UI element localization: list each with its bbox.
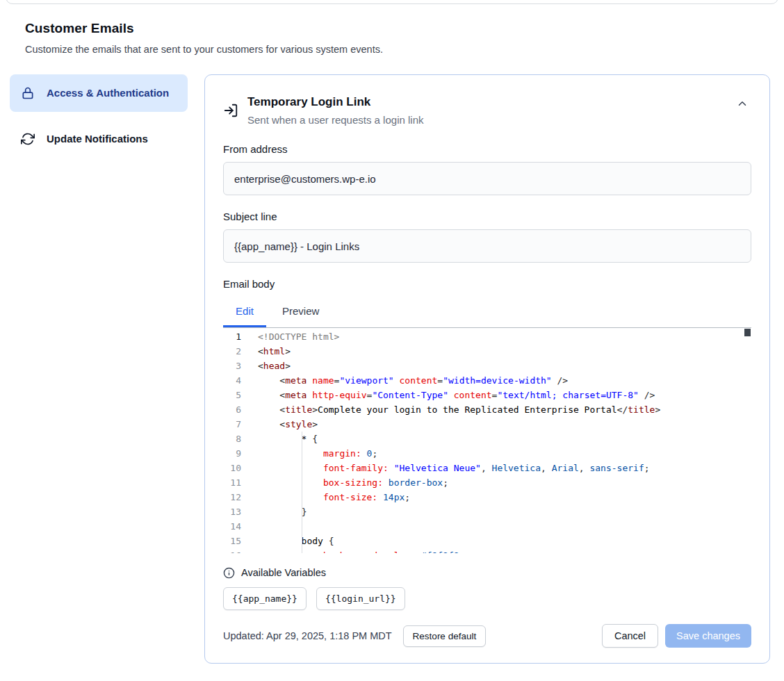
- code-line: 7 <style>: [223, 417, 751, 432]
- line-number: 2: [223, 344, 241, 359]
- line-number: 16: [223, 548, 241, 553]
- code-lines: 1<!DOCTYPE html>2<html>3<head>4 <meta na…: [223, 329, 751, 553]
- tab-preview[interactable]: Preview: [270, 297, 332, 327]
- variable-chip[interactable]: {{login_url}}: [316, 587, 405, 610]
- variable-chip[interactable]: {{app_name}}: [223, 587, 307, 610]
- email-body-code-editor[interactable]: 1<!DOCTYPE html>2<html>3<head>4 <meta na…: [223, 327, 751, 553]
- code-line: 2<html>: [223, 344, 751, 359]
- sidebar-item-label: Access & Authentication: [47, 85, 169, 101]
- panel-header-text: Temporary Login Link Sent when a user re…: [247, 93, 423, 128]
- editor-scrollbar-thumb[interactable]: [744, 329, 751, 336]
- lock-icon: [21, 86, 35, 100]
- code-line: 9 margin: 0;: [223, 446, 751, 461]
- collapse-section-button[interactable]: [733, 95, 751, 113]
- code-line: 15 body {: [223, 534, 751, 548]
- content-layout: Access & AuthenticationUpdate Notificati…: [0, 74, 784, 664]
- code-line: 6 <title>Complete your login to the Repl…: [223, 402, 751, 417]
- available-variables-label: Available Variables: [241, 566, 326, 580]
- line-number: 8: [223, 432, 241, 446]
- line-number: 6: [223, 402, 241, 417]
- code-line: 1<!DOCTYPE html>: [223, 329, 751, 344]
- save-changes-button[interactable]: Save changes: [665, 624, 751, 648]
- subject-line-label: Subject line: [223, 211, 751, 223]
- page-header: Customer Emails Customize the emails tha…: [0, 0, 784, 55]
- available-variables-section: Available Variables {{app_name}}{{login_…: [223, 566, 751, 610]
- panel-subtitle: Sent when a user requests a login link: [247, 113, 423, 128]
- line-number: 9: [223, 446, 241, 461]
- sidebar-item-label: Update Notifications: [47, 131, 148, 147]
- code-line: 5 <meta http-equiv="Content-Type" conten…: [223, 388, 751, 402]
- variable-chips: {{app_name}}{{login_url}}: [223, 587, 751, 610]
- line-number: 7: [223, 417, 241, 432]
- code-line: 14: [223, 519, 751, 534]
- sidebar-item-access-authentication[interactable]: Access & Authentication: [10, 74, 188, 112]
- refresh-icon: [21, 132, 35, 146]
- line-number: 15: [223, 534, 241, 548]
- line-number: 13: [223, 504, 241, 519]
- line-number: 12: [223, 490, 241, 504]
- tab-edit[interactable]: Edit: [223, 297, 266, 327]
- email-types-sidebar: Access & AuthenticationUpdate Notificati…: [10, 74, 188, 158]
- line-number: 10: [223, 461, 241, 475]
- code-line: 16 background-color: #f8f8f8;: [223, 548, 751, 553]
- page-title: Customer Emails: [25, 21, 759, 36]
- footer-actions: Cancel Save changes: [602, 624, 751, 648]
- line-number: 5: [223, 388, 241, 402]
- chevron-up-icon: [736, 97, 749, 110]
- panel-title: Temporary Login Link: [247, 93, 423, 111]
- email-body-tabs: EditPreview: [223, 297, 751, 327]
- line-number: 1: [223, 329, 241, 344]
- code-line: 3<head>: [223, 359, 751, 373]
- code-line: 11 box-sizing: border-box;: [223, 475, 751, 490]
- email-body-label: Email body: [223, 278, 751, 290]
- indent-guide: [302, 432, 302, 553]
- temporary-login-link-panel: Temporary Login Link Sent when a user re…: [204, 74, 770, 664]
- page-subtitle: Customize the emails that are sent to yo…: [25, 44, 759, 55]
- line-number: 11: [223, 475, 241, 490]
- line-number: 14: [223, 519, 241, 534]
- top-card-edge: [6, 0, 778, 4]
- panel-footer: Updated: Apr 29, 2025, 1:18 PM MDT Resto…: [223, 624, 751, 648]
- available-variables-row: Available Variables: [223, 566, 751, 580]
- code-line: 4 <meta name="viewport" content="width=d…: [223, 373, 751, 388]
- line-number: 4: [223, 373, 241, 388]
- panel-header: Temporary Login Link Sent when a user re…: [223, 93, 751, 128]
- cancel-button[interactable]: Cancel: [602, 624, 658, 648]
- code-line: 12 font-size: 14px;: [223, 490, 751, 504]
- sidebar-item-update-notifications[interactable]: Update Notifications: [10, 120, 188, 158]
- info-icon: [223, 567, 235, 579]
- from-address-label: From address: [223, 143, 751, 156]
- from-address-input[interactable]: [223, 162, 751, 195]
- code-line: 13 }: [223, 504, 751, 519]
- code-line: 8 * {: [223, 432, 751, 446]
- line-number: 3: [223, 359, 241, 373]
- restore-default-button[interactable]: Restore default: [403, 625, 487, 647]
- updated-timestamp: Updated: Apr 29, 2025, 1:18 PM MDT: [223, 630, 392, 641]
- code-line: 10 font-family: "Helvetica Neue", Helvet…: [223, 461, 751, 475]
- subject-line-input[interactable]: [223, 229, 751, 263]
- login-icon: [223, 103, 238, 118]
